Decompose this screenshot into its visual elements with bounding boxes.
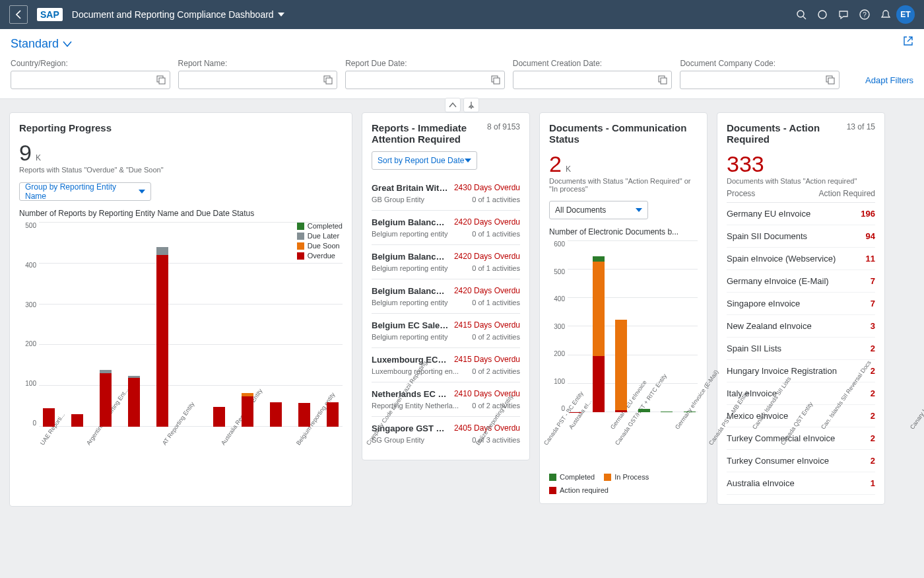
bar[interactable] <box>124 222 145 427</box>
ar-table-row[interactable]: Spain eInvoice (Webservice)11 <box>727 248 875 270</box>
ar-table-row[interactable]: Singapore eInvoice7 <box>727 293 875 315</box>
bar[interactable] <box>96 222 116 427</box>
help-icon[interactable]: ? <box>854 9 875 20</box>
group-by-select[interactable]: Group by Reporting Entity Name <box>19 182 151 201</box>
feedback-icon[interactable] <box>833 9 854 20</box>
kpi-subtext: Documents with Status "Action required" <box>727 177 875 185</box>
bar[interactable] <box>591 240 607 412</box>
report-list-item[interactable]: Belgium Balance o...2420 Days Overdu Bel… <box>372 244 520 279</box>
bar[interactable] <box>237 222 257 427</box>
bar[interactable] <box>152 222 173 427</box>
bar[interactable] <box>209 222 229 427</box>
ar-count: 2 <box>871 456 875 466</box>
kpi-value: 333 <box>727 151 764 177</box>
report-list-item[interactable]: Luxembourg EC S...2415 Days Overdu Luxem… <box>372 347 520 382</box>
collapse-filters-button[interactable] <box>445 98 461 112</box>
notifications-icon[interactable] <box>875 9 896 20</box>
dc-chart: 6005004003002001000 <box>568 240 698 412</box>
value-help-icon <box>156 75 166 85</box>
ar-process-name: Spain SII Documents <box>727 231 859 241</box>
ar-process-name: Australia eInvoice <box>727 478 864 488</box>
bar[interactable] <box>67 222 88 427</box>
ar-table-row[interactable]: New Zealand eInvoice3 <box>727 315 875 338</box>
ar-count: 2 <box>871 366 875 376</box>
report-entity: Belgium reporting entity <box>372 333 448 341</box>
report-activities: 0 of 1 activities <box>472 230 520 238</box>
user-avatar[interactable]: ET <box>896 5 915 24</box>
chevron-down-icon <box>465 159 471 163</box>
filter-label: Document Company Code: <box>680 59 840 68</box>
filter-label: Report Due Date: <box>345 59 505 68</box>
bar[interactable] <box>659 240 675 412</box>
legend-in-process: In Process <box>614 473 649 481</box>
bar[interactable] <box>294 222 314 427</box>
value-help-input[interactable] <box>11 71 170 89</box>
shell-title-text: Document and Reporting Compliance Dashbo… <box>72 9 274 20</box>
ar-table-row[interactable]: Spain SII Lists2 <box>727 338 875 360</box>
filter-field: Document Creation Date: <box>513 59 673 89</box>
dc-chart-title: Number of Electronic Documents b... <box>549 227 698 236</box>
ar-process-name: Singapore eInvoice <box>727 299 864 308</box>
bar[interactable] <box>265 222 286 427</box>
variant-selector[interactable]: Standard <box>11 37 913 51</box>
report-activities: 0 of 2 activities <box>472 402 520 410</box>
report-name: Netherlands EC S... <box>372 389 449 399</box>
bar[interactable] <box>181 222 201 427</box>
value-help-input[interactable] <box>513 71 673 89</box>
ar-table-row[interactable]: Australia eInvoice1 <box>727 472 875 495</box>
ar-count: 1 <box>871 478 875 488</box>
adapt-filters-link[interactable]: Adapt Filters <box>865 75 913 89</box>
kpi-unit: K <box>566 164 571 174</box>
report-list-item[interactable]: Belgium Balance o...2420 Days Overdu Bel… <box>372 279 520 313</box>
report-activities: 0 of 1 activities <box>472 196 520 203</box>
report-entity: Belgium reporting entity <box>372 230 448 238</box>
ar-table-row[interactable]: Turkey Commercial eInvoice2 <box>727 427 875 450</box>
search-icon[interactable] <box>791 9 812 20</box>
filter-label: Country/Region: <box>11 59 170 68</box>
kpi-value: 9 <box>19 140 32 166</box>
sort-select[interactable]: Sort by Report Due Date <box>372 151 477 170</box>
value-help-input[interactable] <box>178 71 338 89</box>
ar-count: 7 <box>871 276 875 286</box>
card-action-required: 13 of 15 Documents - Action Required 333… <box>717 112 885 505</box>
card-title: Documents - Communication Status <box>549 122 698 145</box>
ar-table-row[interactable]: Germany eInvoice (E-Mail)7 <box>727 270 875 293</box>
ar-count: 2 <box>871 388 875 398</box>
copilot-icon[interactable] <box>812 9 833 20</box>
report-entity: GB Group Entity <box>372 196 424 203</box>
bar[interactable] <box>39 222 59 427</box>
ar-table-row[interactable]: Germany EU eInvoice196 <box>727 203 875 225</box>
ar-process-name: Hungary Invoice Registration <box>727 366 864 376</box>
x-tick-label: Canary Islands SII Documents <box>909 361 924 430</box>
dc-legend: Completed In Process Action required <box>549 473 698 494</box>
rp-chart: 5004003002001000 <box>39 222 343 427</box>
value-help-icon <box>826 75 835 85</box>
shell-title-dropdown[interactable]: Document and Reporting Compliance Dashbo… <box>72 9 284 20</box>
popout-icon[interactable] <box>903 36 913 46</box>
svg-text:?: ? <box>863 11 867 18</box>
report-entity: SG Group Entity <box>372 436 424 444</box>
report-entity: Reporting Entity Netherla... <box>372 402 459 410</box>
bar[interactable] <box>636 240 653 412</box>
ar-table-row[interactable]: Spain SII Documents94 <box>727 225 875 248</box>
ar-count: 2 <box>871 433 875 443</box>
bar[interactable] <box>568 240 584 412</box>
bar[interactable] <box>322 222 343 427</box>
report-overdue-days: 2420 Days Overdu <box>454 252 520 262</box>
bar[interactable] <box>613 240 630 412</box>
report-list-item[interactable]: Belgium EC Sales ...2415 Days Overdu Bel… <box>372 313 520 347</box>
ar-table-row[interactable]: Turkey Consumer eInvoice2 <box>727 450 875 472</box>
select-value: Sort by Report Due Date <box>378 156 464 165</box>
report-list-item[interactable]: Great Britain With...2430 Days Overdu GB… <box>372 176 520 210</box>
ar-count: 2 <box>871 343 875 353</box>
report-activities: 0 of 1 activities <box>472 299 520 307</box>
documents-filter-select[interactable]: All Documents <box>549 201 648 219</box>
pin-filters-button[interactable] <box>463 98 479 112</box>
report-list-item[interactable]: Singapore GST Re...2405 Days Overdu SG G… <box>372 416 520 451</box>
back-button[interactable] <box>9 5 28 24</box>
report-list-item[interactable]: Belgium Balance o...2420 Days Overdu Bel… <box>372 210 520 244</box>
ar-header-process: Process <box>727 189 755 198</box>
bar[interactable] <box>682 240 698 412</box>
value-help-input[interactable] <box>345 71 505 89</box>
value-help-input[interactable] <box>680 71 840 89</box>
